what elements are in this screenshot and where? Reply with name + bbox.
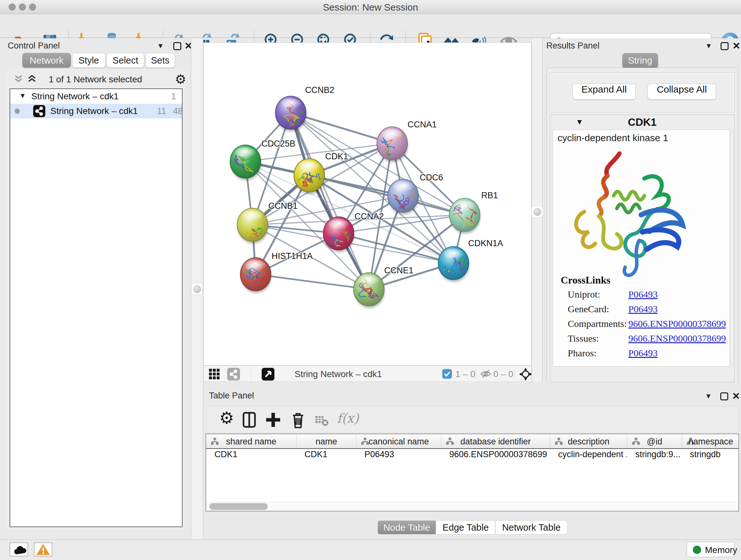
network-label: String Network – cdk1 (51, 106, 138, 116)
node-CCNA1[interactable]: CCNA1 (377, 120, 437, 169)
left-splitter-handle[interactable] (192, 284, 202, 294)
maximize-panel-icon[interactable] (721, 42, 729, 50)
function-builder-icon[interactable]: f(x) (337, 411, 359, 426)
table-cell[interactable]: stringdb:9... (627, 449, 682, 463)
float-panel-icon[interactable]: ▼ (705, 42, 712, 50)
table-horizontal-scrollbar[interactable] (206, 502, 738, 511)
network-selection-summary: 1 of 1 Network selected (5, 74, 186, 84)
crosslink-row: Compartments:9606.ENSP00000378699 (568, 318, 727, 333)
column-header-shared-name[interactable]: shared name (206, 434, 296, 448)
column-header-@id[interactable]: @id (627, 434, 682, 448)
grid-view-icon[interactable] (209, 368, 220, 381)
crosslink-label: Tissues: (568, 333, 599, 344)
protein-structure-image (566, 148, 693, 282)
network-collection-row[interactable]: ▼ String Network – cdk1 1 (10, 89, 182, 104)
delete-table-icon[interactable] (315, 414, 329, 428)
window-title: Session: New Session (0, 2, 741, 13)
table-cell[interactable]: CDK1 (296, 449, 356, 463)
crosslink-link[interactable]: P06493 (628, 304, 658, 314)
column-header-name[interactable]: name (296, 434, 356, 448)
warnings-button[interactable] (34, 543, 52, 557)
float-panel-icon[interactable]: ▼ (705, 392, 712, 400)
tab-node-table[interactable]: Node Table (378, 520, 436, 535)
node-CCNE1[interactable]: CCNE1 (354, 266, 414, 308)
table-cell[interactable]: 9606.ENSP00000378699 (441, 449, 550, 463)
maximize-panel-icon[interactable] (173, 42, 181, 50)
current-network-dot-icon (15, 109, 20, 114)
close-panel-icon[interactable]: ✕ (732, 392, 740, 400)
tab-sets[interactable]: Sets (145, 53, 175, 68)
selected-count: 1 – 0 (455, 369, 475, 379)
hidden-eye-icon[interactable] (480, 369, 491, 380)
scrollbar-thumb[interactable] (209, 503, 268, 510)
tab-edge-table[interactable]: Edge Table (436, 520, 495, 535)
gene-description: cyclin-dependent kinase 1 (557, 132, 668, 143)
tab-select[interactable]: Select (107, 53, 144, 68)
cloud-button[interactable] (10, 543, 28, 557)
network-graph[interactable]: CCNB2CCNA1CDC25BCDK1CDC6RB1CCNB1CCNA2CDK… (204, 43, 531, 365)
node-label-RB1: RB1 (481, 191, 498, 200)
column-header-canonical-name[interactable]: canonical name (356, 434, 441, 448)
edge-HIST1H1A-CCNE1[interactable] (256, 274, 369, 289)
node-CCNB2[interactable]: CCNB2 (275, 85, 334, 132)
table-cell[interactable]: stringdb (682, 449, 740, 463)
open-in-new-window-icon[interactable] (262, 368, 274, 381)
table-header-row: shared namenamecanonical namedatabase id… (206, 434, 738, 449)
network-tree: ▼ String Network – cdk1 1 String Network… (10, 88, 183, 527)
tab-network[interactable]: Network (22, 53, 71, 68)
node-CDKN1A[interactable]: CDKN1A (433, 239, 503, 289)
node-CDK1[interactable]: CDK1 (294, 152, 348, 194)
show-columns-icon[interactable] (240, 411, 258, 429)
tab-network-table[interactable]: Network Table (495, 520, 567, 535)
right-splitter-handle[interactable] (532, 206, 542, 217)
crosslinks-title: CrossLinks (561, 274, 610, 286)
table-cell[interactable]: CDK1 (206, 449, 296, 463)
column-header-description[interactable]: description (550, 434, 627, 448)
crosslink-link[interactable]: P06493 (628, 348, 658, 359)
close-panel-icon[interactable]: ✕ (732, 42, 740, 50)
maximize-panel-icon[interactable] (720, 392, 728, 400)
table-panel-title: Table Panel (209, 391, 254, 401)
collapse-all-button[interactable]: Collapse All (648, 84, 716, 100)
crosslink-label: GeneCard: (568, 304, 609, 314)
table-options-gear-icon[interactable]: ⚙ (219, 408, 234, 428)
crosslink-link[interactable]: P06493 (628, 289, 658, 300)
node-label-CCNB2: CCNB2 (305, 85, 334, 95)
network-badge-icon[interactable] (227, 368, 240, 381)
network-options-gear-icon[interactable]: ⚙ (175, 72, 186, 86)
expand-all-button[interactable]: Expand All (572, 84, 636, 100)
network-type-icon (33, 105, 45, 117)
node-CCNB1[interactable]: CCNB1 (237, 201, 298, 244)
collection-expand-icon[interactable]: ▼ (19, 91, 26, 100)
node-HIST1H1A[interactable]: HIST1H1A (240, 251, 313, 293)
node-label-CCNA2: CCNA2 (354, 212, 384, 221)
node-label-CDK1: CDK1 (325, 152, 348, 161)
crosslink-link[interactable]: 9606.ENSP00000378699 (628, 318, 726, 329)
node-CDC6[interactable]: CDC6 (388, 173, 443, 216)
network-row-selected[interactable]: String Network – cdk1 11 48 (10, 104, 182, 118)
add-column-icon[interactable] (264, 411, 282, 429)
crosshair-icon[interactable] (519, 368, 532, 382)
memory-button[interactable]: Memory (687, 542, 735, 557)
float-panel-icon[interactable]: ▼ (157, 42, 164, 50)
column-header-namespace[interactable]: namespace (682, 434, 740, 448)
crosslink-link[interactable]: 9606.ENSP00000378699 (628, 333, 726, 344)
node-label-CCNE1: CCNE1 (384, 266, 414, 275)
node-label-CCNB1: CCNB1 (268, 201, 298, 211)
collection-label: String Network – cdk1 (31, 91, 119, 102)
collection-count: 1 (171, 91, 176, 102)
table-toolbar: ⚙ f(x) (207, 406, 739, 433)
title-bar: Session: New Session (0, 0, 741, 14)
cloud-icon (10, 543, 27, 556)
tab-style[interactable]: Style (72, 53, 105, 68)
table-cell[interactable]: cyclin-dependent ... (550, 449, 627, 463)
column-header-database-identifier[interactable]: database identifier (441, 434, 550, 448)
network-canvas[interactable]: CCNB2CCNA1CDC25BCDK1CDC6RB1CCNB1CCNA2CDK… (203, 43, 532, 366)
main-toolbar: ? (0, 14, 741, 38)
results-scrollbar[interactable] (731, 130, 734, 366)
tab-string[interactable]: String (622, 53, 658, 68)
selected-checkbox-icon[interactable] (442, 369, 452, 379)
table-cell[interactable]: P06493 (356, 449, 441, 463)
delete-column-icon[interactable] (289, 411, 307, 429)
memory-label: Memory (705, 545, 737, 555)
